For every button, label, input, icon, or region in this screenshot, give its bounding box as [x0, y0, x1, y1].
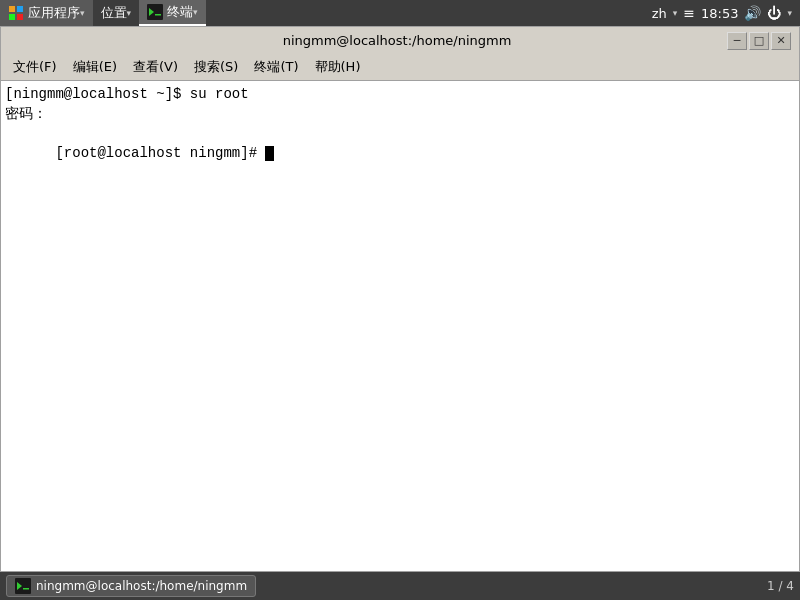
volume-icon[interactable]: 🔊 — [744, 5, 761, 21]
svg-rect-9 — [23, 588, 29, 590]
terminal-menu[interactable]: 终端 ▾ — [139, 0, 206, 26]
close-button[interactable]: ✕ — [771, 32, 791, 50]
menu-help[interactable]: 帮助(H) — [307, 56, 369, 78]
apps-caret: ▾ — [80, 8, 85, 18]
location-menu[interactable]: 位置 ▾ — [93, 0, 140, 26]
taskbar-label: ningmm@localhost:/home/ningmm — [36, 579, 247, 593]
svg-rect-2 — [9, 14, 15, 20]
window-title: ningmm@localhost:/home/ningmm — [69, 33, 725, 48]
lang-indicator[interactable]: zh — [652, 6, 667, 21]
menu-search[interactable]: 搜索(S) — [186, 56, 246, 78]
apps-label: 应用程序 — [28, 4, 80, 22]
terminal-window: ningmm@localhost:/home/ningmm ─ □ ✕ 文件(F… — [0, 26, 800, 600]
clock: 18:53 — [701, 6, 738, 21]
svg-rect-1 — [17, 6, 23, 12]
taskbar-terminal[interactable]: ningmm@localhost:/home/ningmm — [6, 575, 256, 597]
svg-rect-6 — [155, 14, 161, 16]
terminal-line-3: [root@localhost ningmm]# — [5, 124, 795, 183]
apps-menu[interactable]: 应用程序 ▾ — [0, 0, 93, 26]
terminal-label: 终端 — [167, 3, 193, 21]
title-bar: ningmm@localhost:/home/ningmm ─ □ ✕ — [0, 26, 800, 54]
terminal-caret: ▾ — [193, 7, 198, 17]
terminal-content[interactable]: [ningmm@localhost ~]$ su root 密码： [root@… — [0, 80, 800, 572]
minimize-button[interactable]: ─ — [727, 32, 747, 50]
location-caret: ▾ — [127, 8, 132, 18]
location-label: 位置 — [101, 4, 127, 22]
terminal-line-2: 密码： — [5, 105, 795, 125]
menu-edit[interactable]: 编辑(E) — [65, 56, 125, 78]
terminal-line-1: [ningmm@localhost ~]$ su root — [5, 85, 795, 105]
maximize-button[interactable]: □ — [749, 32, 769, 50]
menu-view[interactable]: 查看(V) — [125, 56, 186, 78]
menu-terminal[interactable]: 终端(T) — [246, 56, 306, 78]
menu-icon[interactable]: ≡ — [683, 5, 695, 21]
svg-rect-0 — [9, 6, 15, 12]
cursor — [265, 146, 274, 161]
svg-rect-3 — [17, 14, 23, 20]
status-bar: ningmm@localhost:/home/ningmm 1 / 4 — [0, 572, 800, 600]
page-indicator: 1 / 4 — [767, 579, 794, 593]
menu-bar: 文件(F) 编辑(E) 查看(V) 搜索(S) 终端(T) 帮助(H) — [0, 54, 800, 80]
menu-file[interactable]: 文件(F) — [5, 56, 65, 78]
system-bar: 应用程序 ▾ 位置 ▾ 终端 ▾ zh ▾ ≡ 18:53 🔊 ⏻ ▾ — [0, 0, 800, 26]
power-icon[interactable]: ⏻ — [767, 5, 781, 21]
